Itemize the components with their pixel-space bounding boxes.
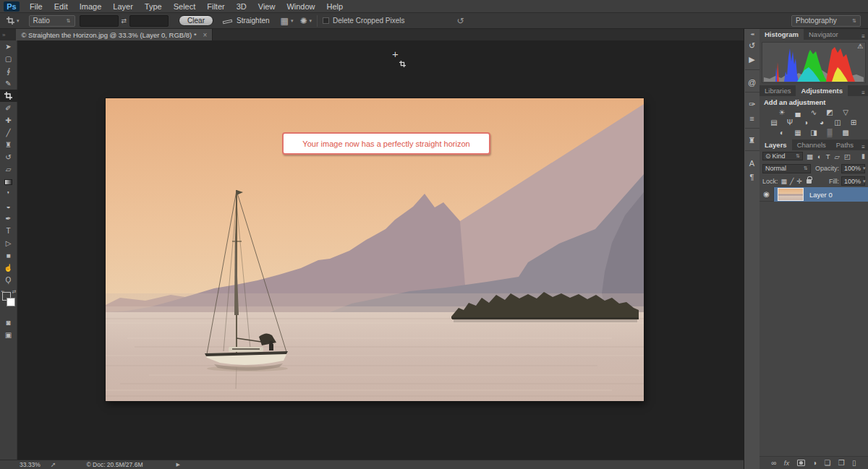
delete-cropped-pixels-checkbox[interactable] [323, 17, 329, 24]
menu-view[interactable]: View [252, 0, 281, 13]
vibrance-icon[interactable]: ▽ [841, 108, 851, 116]
clone-source-panel-icon[interactable]: ♜ [745, 134, 760, 147]
exposure-icon[interactable]: ◩ [825, 108, 835, 116]
crop-height-input[interactable] [129, 15, 169, 27]
move-tool[interactable]: ➤ [0, 40, 17, 53]
histogram-panel-menu-icon[interactable]: ≡ [861, 33, 868, 40]
fill-value[interactable]: 100%▾ [841, 176, 865, 186]
new-group-icon[interactable]: ❏ [824, 459, 830, 467]
filter-shape-layers-icon[interactable]: ▱ [835, 152, 840, 160]
posterize-icon[interactable]: ▦ [793, 128, 803, 137]
reset-icon[interactable]: ↺ [457, 16, 464, 26]
layers-panel-menu-icon[interactable]: ≡ [861, 144, 868, 150]
invert-icon[interactable]: ◐ [778, 128, 787, 137]
tab-histogram[interactable]: Histogram [760, 29, 804, 40]
crop-width-input[interactable] [80, 15, 119, 27]
threshold-icon[interactable]: ◨ [809, 128, 819, 137]
brush-tool[interactable]: ╱ [0, 126, 17, 139]
tab-libraries[interactable]: Libraries [760, 85, 796, 96]
black-white-icon[interactable]: ◑ [801, 118, 811, 126]
channel-mixer-icon[interactable]: ◫ [833, 118, 843, 126]
quick-mask-button[interactable]: ◙ [0, 317, 17, 329]
ratio-select[interactable]: Ratio⇅ [29, 15, 75, 27]
expand-panels-icon[interactable]: ◂◂ [750, 31, 753, 36]
menu-3d[interactable]: 3D [231, 0, 252, 13]
filter-toggle-icon[interactable]: ▮ [861, 152, 865, 160]
layer-row[interactable]: ◉Layer 0 [760, 187, 868, 202]
quick-selection-tool[interactable]: ✎ [0, 77, 17, 90]
pen-tool[interactable]: ✒ [0, 212, 17, 225]
delete-layer-icon[interactable]: ▯ [852, 459, 856, 467]
add-layer-mask-icon[interactable] [797, 460, 805, 466]
tool-preset-caret-icon[interactable]: ▾ [17, 18, 20, 24]
filter-smart-objects-icon[interactable]: ◰ [844, 152, 851, 160]
blend-mode-select[interactable]: Normal⇅ [762, 164, 811, 173]
type-tool[interactable]: T [0, 225, 17, 237]
eyedropper-tool[interactable]: ✐ [0, 102, 17, 114]
gradient-tool[interactable] [0, 176, 17, 188]
tab-channels[interactable]: Channels [792, 139, 831, 150]
menu-image[interactable]: Image [74, 0, 108, 13]
background-color-swatch[interactable] [7, 298, 15, 306]
menu-type[interactable]: Type [139, 0, 168, 13]
spot-healing-tool[interactable]: ✚ [0, 114, 17, 126]
document-size-info[interactable]: © Doc: 20.5M/27.6M [86, 461, 142, 468]
path-selection-tool[interactable]: ▷ [0, 237, 17, 249]
link-layers-icon[interactable]: ∞ [771, 459, 776, 467]
export-icon[interactable]: ➚ [51, 461, 56, 468]
lock-transparency-icon[interactable]: ▦ [781, 178, 788, 185]
zoom-level-field[interactable]: 33.33% [20, 461, 41, 468]
eraser-tool[interactable]: ▱ [0, 163, 17, 176]
close-tab-icon[interactable]: × [203, 31, 208, 39]
actions-panel-icon[interactable]: ▶ [745, 53, 760, 66]
tab-adjustments[interactable]: Adjustments [796, 85, 848, 96]
menu-file[interactable]: File [24, 0, 48, 13]
menu-window[interactable]: Window [281, 0, 320, 13]
menu-edit[interactable]: Edit [48, 0, 74, 13]
history-panel-icon[interactable]: ↺ [745, 39, 760, 53]
character-panel-icon[interactable]: A [745, 156, 760, 170]
new-layer-icon[interactable]: ❐ [838, 459, 845, 467]
gradient-map-icon[interactable]: ▒ [825, 128, 835, 137]
brush-settings-panel-icon[interactable]: ✑ [745, 98, 760, 111]
filter-adjustment-layers-icon[interactable]: ◐ [817, 152, 822, 160]
paragraph-panel-icon[interactable]: ¶ [745, 170, 760, 184]
layer-effects-icon[interactable]: fx [784, 459, 789, 467]
swap-colors-icon[interactable]: ⇄ [12, 289, 17, 295]
shape-tool[interactable]: ■ [0, 249, 17, 262]
swap-dimensions-icon[interactable]: ⇄ [122, 17, 127, 25]
new-adjustment-layer-icon[interactable]: ◑ [812, 459, 817, 467]
dodge-tool[interactable]: ◒ [0, 200, 17, 212]
lasso-tool[interactable]: ∮ [0, 65, 17, 77]
filter-type-layers-icon[interactable]: T [826, 152, 830, 160]
crop-settings-gear-icon[interactable]: ✺ [299, 16, 307, 26]
tab-paths[interactable]: Paths [831, 139, 859, 150]
tab-layers[interactable]: Layers [760, 139, 792, 150]
selective-color-icon[interactable]: ▩ [841, 128, 851, 137]
adjustments-panel-menu-icon[interactable]: ≡ [861, 90, 868, 96]
brightness-contrast-icon[interactable]: ☀ [778, 108, 787, 116]
lock-position-icon[interactable]: ✛ [796, 178, 802, 185]
crop-tool-icon[interactable] [7, 17, 14, 25]
curves-icon[interactable]: ∿ [809, 108, 819, 116]
lock-paint-icon[interactable]: ╱ [790, 178, 793, 185]
workspace-select[interactable]: Photography⇅ [791, 15, 861, 27]
straighten-label[interactable]: Straighten [237, 17, 270, 25]
clear-button[interactable]: Clear [179, 15, 213, 26]
layer-visibility-eye-icon[interactable]: ◉ [760, 187, 774, 202]
crop-overlay-icon[interactable]: ▦ [281, 16, 289, 26]
filter-pixel-layers-icon[interactable]: ▦ [807, 152, 813, 160]
hand-tool[interactable]: ☝ [0, 262, 17, 274]
menu-select[interactable]: Select [168, 0, 202, 13]
layer-thumbnail[interactable] [778, 188, 804, 201]
zoom-tool[interactable]: Ǫ [0, 274, 17, 286]
lock-all-icon[interactable] [807, 179, 812, 184]
status-options-arrow-icon[interactable]: ▶ [176, 462, 179, 468]
screen-mode-button[interactable]: ▣ [0, 329, 17, 341]
hue-saturation-icon[interactable]: ▤ [770, 118, 779, 126]
opacity-value[interactable]: 100%▾ [841, 164, 865, 173]
menu-layer[interactable]: Layer [107, 0, 139, 13]
clone-stamp-tool[interactable]: ♜ [0, 139, 17, 151]
levels-icon[interactable]: ▄ [793, 108, 803, 116]
marquee-tool[interactable]: ▢ [0, 53, 17, 65]
